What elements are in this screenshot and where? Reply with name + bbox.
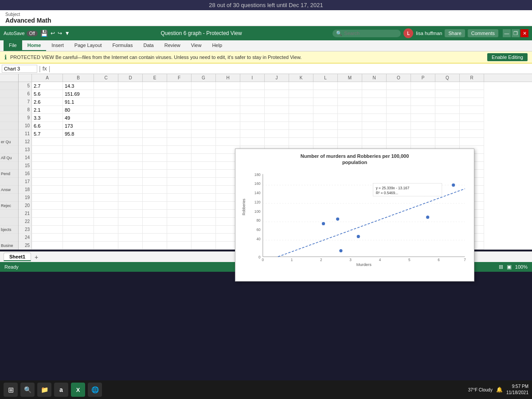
cell-empty[interactable]: [143, 242, 167, 250]
taskbar-files[interactable]: 📁: [37, 383, 51, 397]
tab-data[interactable]: Data: [138, 40, 159, 51]
cell-empty[interactable]: [143, 178, 167, 186]
cell-empty[interactable]: [167, 146, 192, 154]
cell-empty[interactable]: [143, 226, 167, 234]
cell-empty[interactable]: [167, 162, 192, 170]
cell-empty[interactable]: [94, 154, 118, 162]
cell-a[interactable]: 2.7: [32, 82, 63, 90]
cell-empty[interactable]: [265, 114, 289, 122]
cell-b[interactable]: 14.3: [63, 82, 94, 90]
cell-empty[interactable]: [265, 98, 289, 106]
cell-empty[interactable]: [362, 138, 387, 146]
cell-empty[interactable]: [460, 122, 484, 130]
tab-insert[interactable]: Insert: [46, 40, 69, 51]
cell-empty[interactable]: [313, 138, 338, 146]
cell-empty[interactable]: [387, 122, 411, 130]
cell-empty[interactable]: [265, 122, 289, 130]
cell-empty[interactable]: [192, 226, 216, 234]
cell-empty[interactable]: [240, 122, 265, 130]
cell-empty[interactable]: [387, 90, 411, 98]
tab-help[interactable]: Help: [207, 40, 227, 51]
cell-empty[interactable]: [167, 90, 192, 98]
cell-empty[interactable]: [118, 90, 143, 98]
cell-empty[interactable]: [94, 82, 118, 90]
cell-a[interactable]: 6.6: [32, 122, 63, 130]
cell-empty[interactable]: [338, 98, 362, 106]
cell-empty[interactable]: [94, 186, 118, 194]
cell-empty[interactable]: [167, 178, 192, 186]
cell-empty[interactable]: [362, 98, 387, 106]
cell-empty[interactable]: [192, 130, 216, 138]
cell-empty[interactable]: [94, 162, 118, 170]
cell-empty[interactable]: [338, 82, 362, 90]
cell-empty[interactable]: [118, 114, 143, 122]
grid-icon[interactable]: ⊞: [499, 264, 503, 270]
cell-empty[interactable]: [313, 122, 338, 130]
cell-empty[interactable]: [192, 122, 216, 130]
cell-empty[interactable]: [192, 146, 216, 154]
cell-empty[interactable]: [411, 98, 435, 106]
cell-empty[interactable]: [167, 194, 192, 202]
cell-b[interactable]: [63, 154, 94, 162]
cell-a[interactable]: 5.7: [32, 130, 63, 138]
cell-empty[interactable]: [313, 106, 338, 114]
cell-a[interactable]: 3.3: [32, 114, 63, 122]
formula-input[interactable]: [52, 65, 530, 72]
cell-empty[interactable]: [216, 106, 240, 114]
tab-formulas[interactable]: Formulas: [107, 40, 138, 51]
cell-empty[interactable]: [167, 138, 192, 146]
cell-empty[interactable]: [411, 114, 435, 122]
cell-empty[interactable]: [94, 114, 118, 122]
cell-empty[interactable]: [167, 98, 192, 106]
cell-empty[interactable]: [265, 130, 289, 138]
cell-empty[interactable]: [94, 106, 118, 114]
cell-empty[interactable]: [143, 146, 167, 154]
cell-empty[interactable]: [94, 242, 118, 250]
cell-empty[interactable]: [313, 98, 338, 106]
cell-empty[interactable]: [167, 106, 192, 114]
cell-empty[interactable]: [192, 242, 216, 250]
cell-empty[interactable]: [289, 114, 313, 122]
cell-b[interactable]: [63, 242, 94, 250]
view-icon[interactable]: ▣: [507, 264, 512, 270]
cell-empty[interactable]: [118, 82, 143, 90]
cell-empty[interactable]: [167, 202, 192, 210]
cell-a[interactable]: [32, 242, 63, 250]
cell-empty[interactable]: [362, 114, 387, 122]
cell-b[interactable]: 173: [63, 122, 94, 130]
notification-icon[interactable]: 🔔: [496, 387, 503, 393]
cell-empty[interactable]: [143, 162, 167, 170]
cell-empty[interactable]: [313, 82, 338, 90]
cell-b[interactable]: 95.8: [63, 130, 94, 138]
cell-empty[interactable]: [192, 162, 216, 170]
cell-empty[interactable]: [338, 138, 362, 146]
cell-empty[interactable]: [143, 234, 167, 242]
cell-empty[interactable]: [313, 130, 338, 138]
cell-empty[interactable]: [435, 90, 460, 98]
cell-reference-box[interactable]: [2, 65, 37, 73]
cell-empty[interactable]: [338, 114, 362, 122]
cell-b[interactable]: [63, 178, 94, 186]
cell-empty[interactable]: [411, 106, 435, 114]
taskbar-browser[interactable]: 🌐: [88, 383, 102, 397]
tab-review[interactable]: Review: [159, 40, 186, 51]
cell-empty[interactable]: [460, 138, 484, 146]
cell-empty[interactable]: [143, 154, 167, 162]
customize-icon[interactable]: ▼: [65, 30, 70, 36]
cell-empty[interactable]: [240, 82, 265, 90]
cell-empty[interactable]: [192, 186, 216, 194]
cell-empty[interactable]: [411, 82, 435, 90]
cell-empty[interactable]: [118, 146, 143, 154]
cell-empty[interactable]: [460, 114, 484, 122]
cell-empty[interactable]: [192, 90, 216, 98]
cell-empty[interactable]: [289, 90, 313, 98]
cell-a[interactable]: [32, 234, 63, 242]
cell-empty[interactable]: [143, 170, 167, 178]
cell-a[interactable]: [32, 186, 63, 194]
cell-empty[interactable]: [289, 138, 313, 146]
cell-empty[interactable]: [216, 122, 240, 130]
redo-icon[interactable]: ↪: [58, 30, 62, 36]
cell-empty[interactable]: [192, 178, 216, 186]
cell-a[interactable]: [32, 138, 63, 146]
cell-empty[interactable]: [240, 98, 265, 106]
